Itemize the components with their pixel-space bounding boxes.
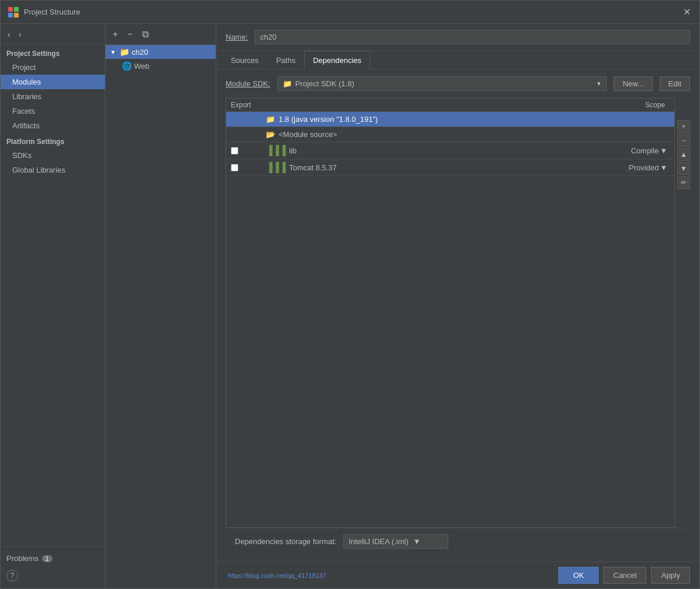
help-button[interactable]: ? xyxy=(6,570,18,581)
tree-label-ch20: ch20 xyxy=(132,48,148,57)
tomcat-bar-icon: ▐▐▐ xyxy=(266,162,286,173)
title-bar: Project Structure ✕ xyxy=(1,1,699,24)
sdk-label: Module SDK: xyxy=(226,79,270,88)
dep-row-tomcat[interactable]: ▐▐▐ Tomcat 8.5.37 Provided ▼ xyxy=(226,159,674,176)
name-row: Name: xyxy=(216,24,699,51)
tree-label-web: Web xyxy=(134,62,150,71)
edit-sdk-button[interactable]: Edit xyxy=(660,76,690,91)
dep-row-lib[interactable]: ▐▐▐ lib Compile ▼ xyxy=(226,142,674,159)
module-source-icon: 📂 xyxy=(266,130,275,139)
sidebar-item-modules[interactable]: Modules xyxy=(1,75,105,89)
tree-item-ch20[interactable]: ▼ 📁 ch20 xyxy=(105,45,216,59)
tab-paths[interactable]: Paths xyxy=(268,51,304,69)
deps-table-header: Export Scope xyxy=(226,99,674,112)
format-dropdown-arrow: ▼ xyxy=(413,537,421,546)
dep-name-lib: ▐▐▐ lib xyxy=(266,145,600,156)
project-settings-section: Project Settings xyxy=(1,45,105,60)
remove-module-button[interactable]: − xyxy=(125,29,135,40)
sdk-select-inner: 📁 Project SDK (1.8) xyxy=(283,79,354,88)
add-module-button[interactable]: + xyxy=(110,29,120,40)
web-icon: 🌐 xyxy=(122,61,132,71)
deps-table-wrapper: Export Scope 📁 1.8 (java version "1. xyxy=(226,98,690,528)
edit-dep-button[interactable]: ✏ xyxy=(677,176,690,189)
apply-button[interactable]: Apply xyxy=(651,567,690,584)
problems-badge: 1 xyxy=(42,555,52,562)
cancel-button[interactable]: Cancel xyxy=(603,567,646,584)
sidebar-item-libraries[interactable]: Libraries xyxy=(1,89,105,104)
format-label: Dependencies storage format: xyxy=(235,537,336,546)
tab-dependencies[interactable]: Dependencies xyxy=(304,51,370,69)
scope-dropdown-arrow-lib: ▼ xyxy=(660,146,667,155)
format-value: IntelliJ IDEA (.iml) xyxy=(349,537,409,546)
problems-label: Problems xyxy=(6,554,38,563)
right-panel: Name: Sources Paths Dependencies Module … xyxy=(216,24,699,588)
sidebar-item-global-libraries[interactable]: Global Libraries xyxy=(1,163,105,177)
name-label: Name: xyxy=(226,33,248,41)
move-down-button[interactable]: ▼ xyxy=(677,162,690,175)
sidebar-item-artifacts[interactable]: Artifacts xyxy=(1,118,105,133)
folder-icon-ch20: 📁 xyxy=(119,47,129,57)
name-input[interactable] xyxy=(255,30,690,44)
svg-rect-1 xyxy=(14,7,19,12)
col-scope: Scope xyxy=(600,101,670,109)
svg-rect-2 xyxy=(8,13,13,17)
module-list-toolbar: + − ⧉ xyxy=(105,24,216,45)
sidebar-item-facets[interactable]: Facets xyxy=(1,104,105,118)
sdk-value: Project SDK (1.8) xyxy=(296,79,354,88)
sidebar-item-sdks[interactable]: SDKs xyxy=(1,148,105,163)
module-list: + − ⧉ ▼ 📁 ch20 🌐 Web xyxy=(105,24,216,588)
svg-rect-3 xyxy=(14,13,19,17)
tomcat-checkbox[interactable] xyxy=(231,164,238,171)
remove-dep-button[interactable]: − xyxy=(677,134,690,147)
deps-table-container: Export Scope 📁 1.8 (java version "1. xyxy=(226,98,675,528)
tree-item-web[interactable]: 🌐 Web xyxy=(105,59,216,73)
svg-rect-0 xyxy=(8,7,13,12)
module-tree: ▼ 📁 ch20 🌐 Web xyxy=(105,45,216,588)
sidebar: ‹ › Project Settings Project Modules Lib… xyxy=(1,24,105,588)
platform-settings-section: Platform Settings xyxy=(1,133,105,148)
col-export: Export xyxy=(231,101,266,109)
dep-name-jdk: 📁 1.8 (java version "1.8.0_191") xyxy=(266,115,600,124)
dep-scope-tomcat[interactable]: Provided ▼ xyxy=(600,163,670,172)
scope-dropdown-arrow-tomcat: ▼ xyxy=(660,163,667,172)
footer-link[interactable]: https://blog.csdn.net/qq_41718137 xyxy=(226,572,326,579)
dep-row-module-source[interactable]: 📂 <Module source> xyxy=(226,127,674,142)
dep-name-tomcat: ▐▐▐ Tomcat 8.5.37 xyxy=(266,162,600,173)
sidebar-nav-top: ‹ › xyxy=(1,24,105,45)
dep-checkbox-lib[interactable] xyxy=(231,147,266,155)
sidebar-help: ? xyxy=(6,565,99,584)
tabs-row: Sources Paths Dependencies xyxy=(216,51,699,69)
lib-checkbox[interactable] xyxy=(231,147,238,155)
problems-row[interactable]: Problems 1 xyxy=(6,552,99,565)
dep-checkbox-tomcat[interactable] xyxy=(231,164,266,171)
close-button[interactable]: ✕ xyxy=(681,6,692,18)
format-select[interactable]: IntelliJ IDEA (.iml) ▼ xyxy=(343,534,448,549)
tree-arrow-ch20: ▼ xyxy=(110,49,117,55)
format-row: Dependencies storage format: IntelliJ ID… xyxy=(226,528,690,555)
jdk-folder-icon: 📁 xyxy=(266,115,275,124)
sdk-folder-icon: 📁 xyxy=(283,79,292,88)
sidebar-bottom: Problems 1 ? xyxy=(1,546,105,588)
new-sdk-button[interactable]: New... xyxy=(614,76,652,91)
sdk-dropdown-arrow: ▼ xyxy=(596,80,602,87)
lib-bar-icon: ▐▐▐ xyxy=(266,145,286,156)
tab-sources[interactable]: Sources xyxy=(222,51,268,69)
dep-scope-lib[interactable]: Compile ▼ xyxy=(600,146,670,155)
nav-back-button[interactable]: ‹ xyxy=(5,29,13,40)
dep-name-module-source: 📂 <Module source> xyxy=(266,130,600,139)
dep-row-jdk[interactable]: 📁 1.8 (java version "1.8.0_191") xyxy=(226,112,674,127)
table-side-buttons: + − ▲ ▼ ✏ xyxy=(675,120,690,189)
project-structure-window: Project Structure ✕ ‹ › Project Settings… xyxy=(0,0,700,589)
dep-content: Module SDK: 📁 Project SDK (1.8) ▼ New...… xyxy=(216,69,699,562)
move-up-button[interactable]: ▲ xyxy=(677,148,690,161)
sidebar-item-project[interactable]: Project xyxy=(1,60,105,75)
add-dep-button[interactable]: + xyxy=(677,120,690,133)
nav-forward-button[interactable]: › xyxy=(16,29,24,40)
action-row: https://blog.csdn.net/qq_41718137 OK Can… xyxy=(216,562,699,588)
sdk-row: Module SDK: 📁 Project SDK (1.8) ▼ New...… xyxy=(226,76,690,91)
copy-module-button[interactable]: ⧉ xyxy=(140,29,151,40)
app-icon xyxy=(8,6,19,18)
sdk-select[interactable]: 📁 Project SDK (1.8) ▼ xyxy=(277,76,607,91)
title-bar-text: Project Structure xyxy=(24,8,681,16)
ok-button[interactable]: OK xyxy=(558,567,599,584)
